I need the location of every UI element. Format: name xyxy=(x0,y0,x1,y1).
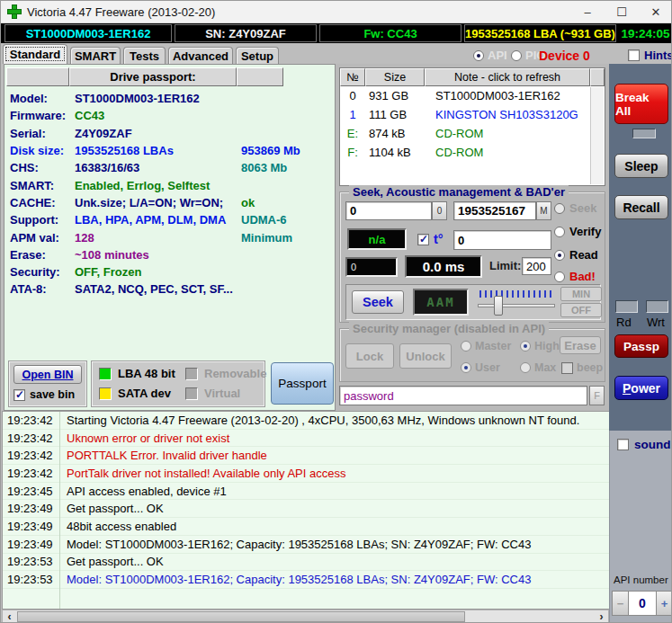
pio-radio[interactable] xyxy=(511,50,522,61)
passport-row: Firmware:CC43 xyxy=(10,107,332,124)
api-number-increment-button[interactable]: + xyxy=(656,591,672,616)
seek-mode-radio[interactable] xyxy=(554,203,565,214)
passport-value: 128 xyxy=(75,231,241,245)
scroll-right-icon[interactable]: › xyxy=(595,610,608,623)
tab-setup[interactable]: Setup xyxy=(236,47,279,64)
recall-button[interactable]: Recall xyxy=(614,195,668,219)
passport-label: CHS: xyxy=(10,161,75,174)
drive-note: KINGSTON SH103S3120G xyxy=(425,108,578,121)
aam-slider[interactable] xyxy=(478,289,555,317)
serial-display: SN: Z4Y09ZAF xyxy=(175,24,317,42)
col-size[interactable]: Size xyxy=(365,68,425,86)
tab-tests[interactable]: Tests xyxy=(123,47,166,64)
passport-row: Model:ST1000DM003-1ER162 xyxy=(10,90,332,107)
drive-row[interactable]: E:874 kBCD-ROM xyxy=(340,124,605,143)
minimize-button[interactable]: – xyxy=(570,1,605,22)
drive-num: 0 xyxy=(340,89,365,102)
log-row: 19:23:4948bit access enabled xyxy=(3,518,609,536)
power-button[interactable]: Power xyxy=(614,376,668,400)
open-bin-label: Open BIN xyxy=(22,369,74,381)
passport-value: CC43 xyxy=(75,109,241,122)
api-number-decrement-button[interactable]: − xyxy=(612,591,629,616)
user-radio[interactable] xyxy=(461,362,471,373)
api-radio[interactable] xyxy=(473,50,484,61)
drive-row[interactable]: F:1104 kBCD-ROM xyxy=(340,143,605,162)
sound-checkbox[interactable] xyxy=(617,439,629,450)
start-lba-button[interactable]: 0 xyxy=(432,201,447,220)
passport-value: 16383/16/63 xyxy=(75,161,241,174)
tab-standard[interactable]: Standard xyxy=(3,44,67,64)
drive-row[interactable]: 1111 GBKINGSTON SH103S3120G xyxy=(340,105,605,124)
passport-extra: ok xyxy=(241,196,255,209)
log-time: 19:23:53 xyxy=(3,555,59,568)
sleep-button[interactable]: Sleep xyxy=(614,154,668,178)
log-message: PORTTALK Error. Invalid driver handle xyxy=(59,449,267,462)
master-radio[interactable] xyxy=(461,341,471,352)
log-time: 19:23:49 xyxy=(3,538,59,551)
temperature-checkbox[interactable] xyxy=(417,234,429,245)
passport-value: Z4Y09ZAF xyxy=(75,127,241,140)
passp-button[interactable]: Passp xyxy=(614,334,668,358)
aam-min-button[interactable]: MIN xyxy=(560,287,602,301)
aam-off-button[interactable]: OFF xyxy=(560,303,602,317)
passport-row: Serial:Z4Y09ZAF xyxy=(10,125,332,142)
password-input[interactable]: password xyxy=(339,386,587,405)
erase-button[interactable]: Erase xyxy=(560,336,601,354)
virtual-label: Virtual xyxy=(204,387,240,400)
passport-value: ST1000DM003-1ER162 xyxy=(75,92,241,105)
passport-label: APM val: xyxy=(10,231,75,245)
scrollbar-thumb[interactable] xyxy=(17,611,465,622)
passport-value: ~108 minutes xyxy=(75,248,241,262)
f-button[interactable]: F xyxy=(589,386,605,405)
log-column-divider xyxy=(59,412,60,609)
open-bin-button[interactable]: Open BIN xyxy=(13,365,82,384)
scroll-left-icon[interactable]: ‹ xyxy=(3,610,16,623)
passport-row: CACHE:Unk.size; L/A=ON; Wr=ON;ok xyxy=(10,194,332,211)
read-mode-radio[interactable] xyxy=(554,250,565,261)
unlock-button[interactable]: Unlock xyxy=(399,343,452,369)
capacity-display: 1953525168 LBA (~931 GB) xyxy=(464,24,616,42)
log-panel[interactable]: 19:23:42Starting Victoria 4.47 Freeware … xyxy=(2,411,609,610)
action-sidebar: Break All Sleep Recall Rd Wrt Passp Powe… xyxy=(609,64,672,431)
hints-checkbox[interactable] xyxy=(628,49,640,61)
passport-button[interactable]: Passport xyxy=(271,362,334,405)
beep-label: beep xyxy=(577,361,603,374)
maximize-button[interactable]: ☐ xyxy=(605,1,639,22)
high-radio[interactable] xyxy=(520,341,531,352)
max-radio[interactable] xyxy=(520,362,531,373)
write-indicator-label: Wrt xyxy=(647,316,665,329)
drive-table-scrollbar[interactable] xyxy=(590,87,604,184)
col-num[interactable]: № xyxy=(340,68,365,86)
seek-button[interactable]: Seek xyxy=(352,290,404,314)
tab-smart[interactable]: SMART xyxy=(70,47,121,64)
log-time: 19:23:53 xyxy=(3,573,59,586)
api-number-value[interactable]: 0 xyxy=(629,591,656,616)
power-button-label: Power xyxy=(623,381,660,396)
slider-thumb[interactable] xyxy=(494,296,503,316)
end-lba-input[interactable]: 1953525167 xyxy=(453,201,536,220)
passport-label: Security: xyxy=(10,265,75,279)
save-bin-checkbox[interactable] xyxy=(13,389,25,401)
end-lba-button[interactable]: M xyxy=(536,201,551,220)
verify-mode-radio[interactable] xyxy=(554,227,565,237)
close-button[interactable]: ✕ xyxy=(639,1,672,22)
drive-row[interactable]: 0931 GBST1000DM003-1ER162 xyxy=(340,86,605,105)
beep-checkbox[interactable] xyxy=(561,362,573,374)
bad-mode-radio[interactable] xyxy=(554,271,565,282)
log-horizontal-scrollbar[interactable]: ‹ › xyxy=(2,610,609,623)
start-lba-input[interactable]: 0 xyxy=(345,201,432,220)
aam-panel: Seek AAM MIN OFF xyxy=(345,284,601,320)
bin-controls-group: Open BIN save bin xyxy=(8,360,87,407)
drive-note: ST1000DM003-1ER162 xyxy=(425,89,560,102)
tab-advanced[interactable]: Advanced xyxy=(168,47,233,64)
log-message: PortTalk driver not installed! Available… xyxy=(59,467,345,480)
col-note[interactable]: Note - click to refresh xyxy=(425,68,590,86)
break-all-button[interactable]: Break All xyxy=(614,84,668,124)
lock-button[interactable]: Lock xyxy=(345,343,394,369)
passport-header-title[interactable]: Drive passport: xyxy=(69,67,237,86)
limit-input[interactable]: 200 xyxy=(522,257,551,275)
temperature-lcd: n/a xyxy=(347,228,407,250)
drive-passport-panel: Drive passport: Model:ST1000DM003-1ER162… xyxy=(4,64,336,411)
indicator-group: LBA 48 bit SATA dev Removable Virtual xyxy=(91,360,265,407)
temp-input[interactable]: 0 xyxy=(453,230,551,250)
